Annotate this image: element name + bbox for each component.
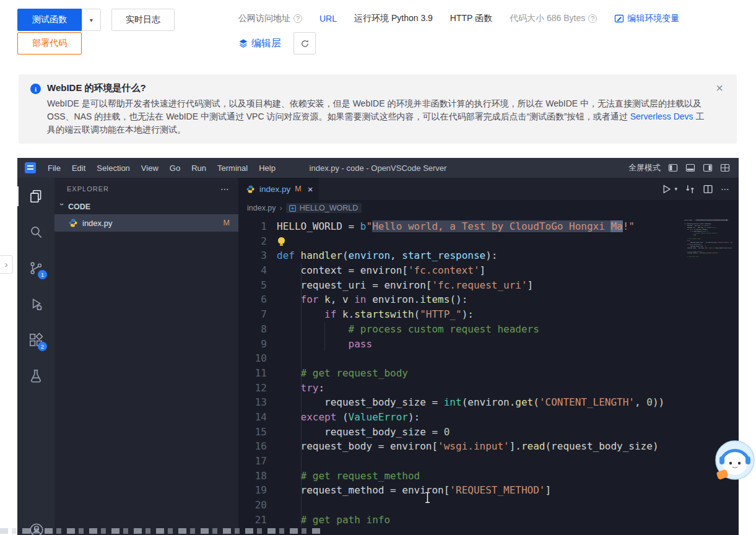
edit-env-vars-link[interactable]: 编辑环境变量 [614, 13, 679, 24]
realtime-logs-button[interactable]: 实时日志 [111, 9, 175, 31]
menu-edit[interactable]: Edit [66, 163, 91, 173]
toggle-secondary-sidebar-icon[interactable] [703, 163, 713, 173]
edit-layer-link[interactable]: 编辑层 [238, 37, 281, 50]
run-file-icon[interactable] [661, 184, 672, 194]
breadcrumb-symbol[interactable]: HELLO_WORLD [286, 203, 362, 213]
code-line: # get path info [683, 256, 732, 258]
menu-run[interactable]: Run [186, 163, 212, 173]
menu-go[interactable]: Go [164, 163, 186, 173]
clipped-statusbar-text [0, 528, 322, 534]
editor-group: index.py M × ▾ [238, 178, 739, 535]
chevron-right-icon: › [280, 204, 282, 212]
run-debug-icon[interactable] [21, 290, 51, 318]
git-modified-badge: M [224, 219, 230, 227]
split-editor-icon[interactable] [703, 184, 713, 194]
webide-window: File Edit Selection View Go Run Terminal… [17, 158, 739, 535]
tab-indexpy[interactable]: index.py M × [238, 178, 319, 200]
explorer-icon[interactable] [21, 183, 51, 210]
code-line[interactable]: 17 [238, 454, 739, 469]
code-line[interactable]: 3def handler(environ, start_response): [238, 248, 739, 263]
code-editor[interactable]: 1HELLO_WORLD = b"Hello world, a Test by … [238, 219, 739, 527]
serverless-devs-link[interactable]: Serverless Devs [630, 110, 693, 123]
code-line: request_body = environ['wsgi.input'].rea… [683, 246, 732, 248]
test-function-button[interactable]: 测试函数 [17, 9, 82, 31]
run-dropdown-icon[interactable]: ▾ [674, 186, 677, 192]
refresh-icon [300, 39, 310, 48]
breadcrumb-file[interactable]: index.py [247, 204, 276, 212]
customer-service-mascot[interactable] [712, 440, 755, 483]
help-icon[interactable]: ? [588, 14, 597, 23]
python-file-icon [246, 185, 255, 194]
file-item-indexpy[interactable]: index.py M [54, 214, 238, 232]
code-line[interactable]: 12 try: [238, 381, 739, 396]
code-line[interactable]: 19 request_method = environ['REQUEST_MET… [238, 483, 739, 498]
symbol-constant-icon [289, 204, 297, 212]
customize-layout-icon[interactable] [720, 163, 730, 173]
url-link[interactable]: URL [319, 14, 337, 24]
open-changes-icon[interactable] [685, 184, 695, 194]
edit-env-icon [614, 14, 624, 24]
extensions-icon[interactable]: 2 [21, 326, 51, 354]
code-line[interactable]: 14 except (ValueError): [238, 410, 739, 425]
runtime-label: 运行环境 Python 3.9 [354, 13, 433, 24]
testing-beaker-icon[interactable] [21, 362, 51, 389]
code-line[interactable]: 9 pass [238, 337, 739, 352]
http-function-label: HTTP 函数 [450, 13, 492, 24]
code-size-label: 代码大小 686 Bytes ? [510, 13, 597, 24]
code-line[interactable]: 10 [238, 351, 739, 366]
code-line[interactable]: 7 if k.startswith("HTTP_"): [238, 307, 739, 322]
source-control-icon[interactable]: 1 [21, 254, 51, 282]
folder-code[interactable]: › CODE [54, 199, 238, 214]
explorer-sidebar: EXPLORER ⋯ › CODE index.py M [54, 178, 238, 535]
tab-modified-badge: M [295, 185, 301, 193]
code-line[interactable]: 20 [238, 498, 739, 513]
code-line[interactable]: 2 [238, 234, 739, 249]
code-line[interactable]: 6 for k, v in environ.items(): [238, 292, 739, 307]
code-line[interactable]: 18 # get request_method [238, 469, 739, 484]
toggle-primary-sidebar-icon[interactable] [668, 163, 678, 173]
breadcrumb: index.py › HELLO_WORLD [238, 200, 739, 216]
function-meta-row: 公网访问地址 ? URL 运行环境 Python 3.9 HTTP 函数 代码大… [238, 13, 679, 24]
menu-terminal[interactable]: Terminal [212, 163, 253, 173]
search-icon[interactable] [21, 219, 51, 246]
deploy-code-button[interactable]: 部署代码 [17, 32, 82, 54]
code-line[interactable]: 5 request_uri = environ['fc.request_uri'… [238, 278, 739, 293]
banner-title: WebIDE 的环境是什么? [47, 82, 712, 94]
toggle-panel-icon[interactable] [685, 163, 695, 173]
code-line[interactable]: 15 request_body_size = 0 [238, 425, 739, 440]
code-line[interactable]: 8 # process custom request headers [238, 322, 739, 337]
banner-body: WebIDE 是可以帮助开发者快速进行代码测试，以及项目构建、依赖安装，但是 W… [47, 97, 712, 136]
close-tab-icon[interactable]: × [308, 184, 313, 194]
menu-selection[interactable]: Selection [91, 163, 135, 173]
layer-row: 编辑层 [238, 32, 316, 54]
help-icon[interactable]: ? [293, 14, 302, 23]
code-pane: 1HELLO_WORLD = b"Hello world, a Test by … [238, 216, 739, 535]
menu-file[interactable]: File [42, 163, 66, 173]
function-compute-console-page: 测试函数 ▾ 实时日志 部署代码 公网访问地址 ? URL 运行环境 Pytho… [0, 0, 756, 535]
code-line[interactable]: 16 request_body = environ['wsgi.input'].… [238, 439, 739, 454]
more-actions-icon[interactable]: ⋯ [721, 184, 730, 194]
minimap[interactable]: HELLO_WORLD = b"Hello world, a Test by C… [683, 219, 732, 535]
code-line[interactable]: 21 # get path info [238, 513, 739, 528]
code-line[interactable]: 4 context = environ['fc.context'] [238, 263, 739, 278]
code-line[interactable]: 1HELLO_WORLD = b"Hello world, a Test by … [238, 219, 739, 234]
explorer-actions-icon[interactable]: ⋯ [220, 184, 230, 194]
close-icon[interactable]: × [716, 82, 723, 94]
expand-left-panel-button[interactable]: › [0, 255, 13, 274]
chevron-down-icon: › [58, 203, 66, 211]
test-function-dropdown-button[interactable]: ▾ [82, 9, 101, 31]
python-file-icon [68, 218, 78, 228]
menu-help[interactable]: Help [253, 163, 281, 173]
titlebar: File Edit Selection View Go Run Terminal… [17, 158, 739, 178]
code-line[interactable]: 13 request_body_size = int(environ.get('… [238, 395, 739, 410]
public-url-label: 公网访问地址 ? [238, 13, 302, 24]
menu-view[interactable]: View [136, 163, 164, 173]
lightbulb-icon[interactable] [278, 237, 285, 244]
openvscode-logo-icon [25, 162, 36, 173]
webide-info-banner: i WebIDE 的环境是什么? WebIDE 是可以帮助开发者快速进行代码测试… [19, 74, 737, 144]
refresh-button[interactable] [293, 32, 316, 54]
fullscreen-toggle[interactable]: 全屏模式 [628, 162, 661, 173]
scm-badge: 1 [38, 270, 47, 279]
code-line[interactable]: 11 # get request_body [238, 366, 739, 381]
activity-bar: 1 2 [17, 178, 54, 535]
